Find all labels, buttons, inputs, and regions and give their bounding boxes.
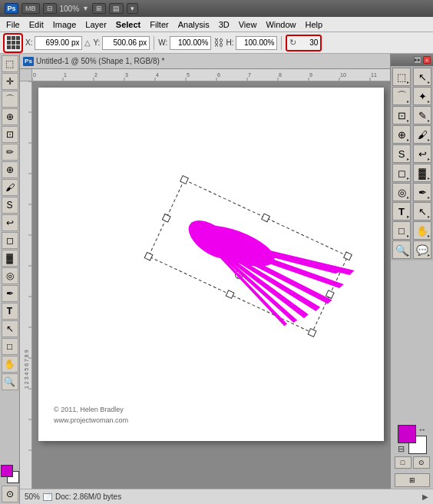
- marquee-tool[interactable]: ⬚: [2, 55, 18, 72]
- magic-wand-tool[interactable]: ✦▸: [413, 87, 431, 105]
- w-input[interactable]: [170, 36, 211, 50]
- pen-tool-r[interactable]: ✒▸: [413, 183, 431, 201]
- menu-help[interactable]: Help: [301, 18, 328, 31]
- svg-text:4: 4: [156, 72, 159, 78]
- svg-rect-49: [226, 290, 234, 299]
- dropdown-arrow[interactable]: ▼: [82, 5, 89, 12]
- zoom-tool-r[interactable]: 🔍▸: [392, 240, 411, 259]
- crop-tool[interactable]: ⊡: [2, 126, 18, 143]
- menu-3d[interactable]: 3D: [214, 18, 234, 31]
- app-shell: Ps MB ⊟ 100% ▼ ⊞ ▤ ▾ File Edit Image Lay…: [0, 0, 433, 504]
- standard-mode-btn[interactable]: □: [395, 456, 412, 469]
- settings-btn[interactable]: ▤: [109, 3, 124, 14]
- title-icon1[interactable]: ⊟: [43, 3, 57, 14]
- spot-heal-tool[interactable]: ⊕▸: [392, 125, 411, 144]
- y-triangle: △: [84, 38, 91, 47]
- fg-color-r[interactable]: [398, 425, 416, 443]
- default-colors-icon[interactable]: ⊟: [398, 444, 405, 454]
- status-bar: 50% 📄 Doc: 2.86M/0 bytes ▶: [20, 489, 433, 504]
- svg-rect-47: [308, 329, 316, 337]
- svg-text:8: 8: [279, 72, 282, 78]
- canvas-page[interactable]: © 2011, Helen Bradley www.projectwoman.c…: [32, 81, 433, 489]
- svg-rect-48: [262, 214, 270, 222]
- zoom-display: 100%: [60, 5, 80, 13]
- menu-view[interactable]: View: [234, 18, 262, 31]
- crop-tool-r[interactable]: ⊡▸: [392, 106, 411, 124]
- switch-colors-icon[interactable]: ↔: [418, 425, 427, 434]
- shape-tool[interactable]: □: [2, 338, 18, 355]
- x-input[interactable]: [35, 36, 82, 50]
- notes-tool-r[interactable]: 💬▸: [413, 240, 431, 259]
- panel-titlebar: ▸▸ ×: [391, 54, 433, 66]
- eraser-tool-r[interactable]: ◻▸: [392, 164, 411, 182]
- gradient-tool[interactable]: ▓: [2, 250, 18, 267]
- path-select-tool-r[interactable]: ↖▸: [413, 202, 431, 220]
- history-brush-tool[interactable]: ↩▸: [413, 144, 431, 163]
- quick-mask-mode-btn[interactable]: ⊙: [413, 456, 430, 469]
- tools-grid: ⬚▸ ↖▸ ⌒▸ ✦▸ ⊡▸ ✎▸ ⊕▸ 🖌▸ S▸ ↩▸ ◻▸ ▓▸ ◎▸ ✒…: [391, 66, 433, 260]
- rotate-box[interactable]: ↻: [286, 35, 322, 51]
- eraser-tool[interactable]: ◻: [2, 232, 18, 249]
- history-tool[interactable]: ↩: [2, 214, 18, 231]
- menu-edit[interactable]: Edit: [25, 18, 48, 31]
- panel-close-btn[interactable]: ×: [423, 56, 431, 64]
- blur-tool[interactable]: ◎: [2, 267, 18, 284]
- type-tool-r[interactable]: T▸: [392, 202, 411, 220]
- brush-tool[interactable]: 🖌: [2, 179, 18, 196]
- sep1: [154, 36, 154, 50]
- rotate-input[interactable]: [298, 37, 318, 49]
- lasso-tool[interactable]: ⌒: [2, 91, 18, 108]
- menu-filter[interactable]: Filter: [145, 18, 173, 31]
- menu-window[interactable]: Window: [261, 18, 300, 31]
- svg-text:10: 10: [340, 72, 346, 78]
- gradient-tool-r[interactable]: ▓▸: [413, 164, 431, 182]
- screen-mode-btn[interactable]: ⊞: [395, 473, 430, 487]
- move-tool[interactable]: ✛: [2, 73, 18, 90]
- menu-select[interactable]: Select: [111, 18, 145, 31]
- heal-tool[interactable]: ⊕: [2, 161, 18, 178]
- hand-tool-r[interactable]: ✋▸: [413, 221, 431, 240]
- quick-mask-btn[interactable]: ⊙: [2, 486, 18, 502]
- select-tool[interactable]: ↖▸: [413, 68, 431, 86]
- clone-stamp-tool[interactable]: S▸: [392, 144, 411, 163]
- y-input[interactable]: [102, 36, 150, 50]
- more-btn[interactable]: ▾: [127, 3, 138, 14]
- quick-select-tool[interactable]: ⊕: [2, 108, 18, 125]
- fg-color-swatch[interactable]: [1, 465, 13, 477]
- color-section: [1, 465, 19, 483]
- ruler-horizontal: 0 1 2 3 4 5: [32, 69, 433, 81]
- ruler-corner: [20, 69, 32, 81]
- svg-text:0: 0: [33, 72, 36, 78]
- doc-ps-badge: Ps: [23, 57, 34, 66]
- left-toolbar: ⬚ ✛ ⌒ ⊕ ⊡ ✏ ⊕ 🖌 S ↩ ◻ ▓ ◎ ✒ T ↖ □ ✋ 🔍: [0, 54, 20, 504]
- panel-collapse-btn[interactable]: ▸▸: [414, 56, 421, 64]
- eyedropper-tool[interactable]: ✏: [2, 144, 18, 161]
- measure-tool[interactable]: ✎▸: [413, 106, 431, 124]
- rect-marquee-tool[interactable]: ⬚▸: [392, 68, 411, 86]
- blur-tool-r[interactable]: ◎▸: [392, 183, 411, 201]
- menu-layer[interactable]: Layer: [81, 18, 111, 31]
- view-btn[interactable]: ⊞: [92, 3, 106, 14]
- menu-image[interactable]: Image: [48, 18, 81, 31]
- hand-tool[interactable]: ✋: [2, 356, 18, 373]
- status-arrow[interactable]: ▶: [422, 492, 428, 501]
- shape-tool-r[interactable]: □▸: [392, 221, 411, 240]
- h-input[interactable]: [236, 36, 277, 50]
- menu-analysis[interactable]: Analysis: [174, 18, 214, 31]
- brush-tool-r[interactable]: 🖌▸: [413, 125, 431, 144]
- mb-button[interactable]: MB: [21, 3, 40, 14]
- h-label: H:: [226, 38, 233, 47]
- clone-tool[interactable]: S: [2, 197, 18, 214]
- svg-text:2: 2: [94, 72, 98, 78]
- menu-file[interactable]: File: [2, 18, 25, 31]
- canvas-area: Ps Untitled-1 @ 50% (Shape 1, RGB/8) * —…: [20, 54, 433, 504]
- type-tool[interactable]: T: [2, 303, 18, 320]
- pen-tool[interactable]: ✒: [2, 285, 18, 302]
- zoom-tool[interactable]: 🔍: [2, 373, 18, 390]
- ruler-vertical: 0: [20, 81, 32, 489]
- transform-icon[interactable]: [3, 33, 23, 53]
- workspace: ⬚ ✛ ⌒ ⊕ ⊡ ✏ ⊕ 🖌 S ↩ ◻ ▓ ◎ ✒ T ↖ □ ✋ 🔍: [0, 54, 433, 504]
- path-select-tool[interactable]: ↖: [2, 320, 18, 337]
- lasso-tool-r[interactable]: ⌒▸: [392, 87, 411, 105]
- color-swatches-section: ↔ ⊟ □ ⊙: [391, 422, 433, 472]
